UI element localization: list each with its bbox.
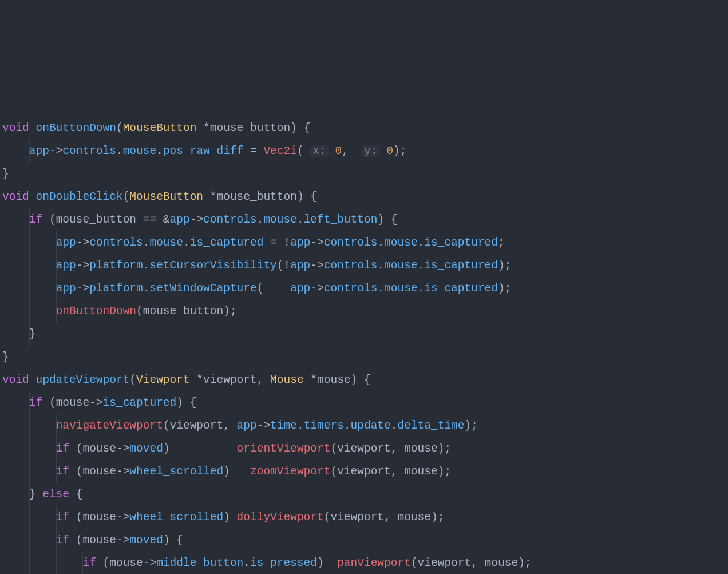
ident-mouseP5: mouse bbox=[82, 534, 116, 547]
ident-app2: app bbox=[170, 213, 190, 226]
fn-onDoubleClick: onDoubleClick bbox=[36, 191, 123, 203]
ident-is_captured4: is_captured bbox=[424, 282, 498, 295]
code-line: if (mouse_button == &app->controls.mouse… bbox=[2, 213, 397, 226]
ident-mouseA3: mouse bbox=[397, 511, 431, 524]
ident-mouse3: mouse bbox=[149, 236, 183, 249]
code-line: } bbox=[2, 168, 9, 180]
ident-app4: app bbox=[290, 236, 310, 249]
code-line: void onButtonDown(MouseButton *mouse_but… bbox=[2, 122, 310, 134]
ident-is_captured3: is_captured bbox=[424, 259, 498, 272]
code-line: if (mouse->is_captured) { bbox=[2, 397, 196, 409]
ident-mouseA: mouse bbox=[404, 442, 438, 455]
fn-updateViewport: updateViewport bbox=[36, 374, 130, 386]
ident-viewport3: viewport bbox=[337, 465, 391, 478]
ident-controls4: controls bbox=[324, 236, 378, 249]
ident-mouse2: mouse bbox=[263, 213, 297, 226]
ident-mouseP2: mouse bbox=[82, 442, 116, 455]
ident-app3: app bbox=[56, 236, 76, 249]
num-zero2: 0 bbox=[386, 145, 393, 157]
call-panViewport: panViewport bbox=[337, 557, 411, 569]
ident-app5: app bbox=[56, 259, 76, 272]
code-line: app->platform.setWindowCapture( app->con… bbox=[2, 282, 511, 295]
ident-time: time bbox=[270, 419, 297, 432]
ident-left_button: left_button bbox=[304, 213, 378, 226]
ident-wheel_scrolled: wheel_scrolled bbox=[129, 465, 223, 478]
call-orientViewport: orientViewport bbox=[237, 442, 331, 455]
indent-guide bbox=[29, 414, 30, 437]
hint-y: y: bbox=[362, 145, 379, 157]
code-line: if (mouse->middle_button.is_pressed) pan… bbox=[2, 557, 532, 569]
keyword-else: else bbox=[42, 488, 69, 501]
ident-timers: timers bbox=[304, 419, 344, 432]
code-line: navigateViewport(viewport, app->time.tim… bbox=[2, 419, 478, 432]
call-onButtonDown: onButtonDown bbox=[56, 305, 136, 318]
indent-guide bbox=[29, 323, 30, 346]
keyword-if5: if bbox=[56, 511, 69, 524]
indent-guide bbox=[29, 483, 30, 506]
indent-guide bbox=[29, 254, 30, 277]
ident-delta_time: delta_time bbox=[397, 419, 464, 432]
ident-app6: app bbox=[290, 259, 310, 272]
ident-viewport: viewport bbox=[170, 419, 224, 432]
keyword-void2: void bbox=[2, 191, 29, 203]
code-line: if (mouse->wheel_scrolled) zoomViewport(… bbox=[2, 465, 451, 478]
keyword-if3: if bbox=[56, 442, 69, 455]
ident-controls2: controls bbox=[203, 213, 257, 226]
ident-is_captured: is_captured bbox=[190, 236, 264, 249]
keyword-if: if bbox=[29, 213, 42, 226]
ident-update: update bbox=[351, 419, 391, 432]
ident-mouse_button2: mouse_button bbox=[143, 305, 223, 318]
code-line: if (mouse->moved) { bbox=[2, 534, 183, 547]
type-MouseButton: MouseButton bbox=[123, 122, 197, 134]
keyword-if2: if bbox=[29, 397, 42, 409]
ident-app9: app bbox=[237, 419, 257, 432]
ident-app: app bbox=[29, 145, 49, 157]
ident-moved: moved bbox=[129, 442, 163, 455]
ident-app7: app bbox=[56, 282, 76, 295]
code-line: app->controls.mouse.pos_raw_diff = Vec2i… bbox=[2, 145, 406, 157]
ident-mouse: mouse bbox=[123, 145, 157, 157]
ident-mouseP4: mouse bbox=[82, 511, 116, 524]
ident-pos_raw_diff: pos_raw_diff bbox=[163, 145, 243, 157]
indent-guide bbox=[29, 506, 30, 529]
ident-controls3: controls bbox=[89, 236, 143, 249]
ident-platform2: platform bbox=[89, 282, 143, 295]
keyword-void3: void bbox=[2, 374, 29, 386]
call-dollyViewport: dollyViewport bbox=[237, 511, 324, 524]
ident-mouse4: mouse bbox=[384, 236, 418, 249]
keyword-if7: if bbox=[82, 557, 96, 569]
code-line: app->controls.mouse.is_captured = !app->… bbox=[2, 236, 505, 249]
call-navigateViewport: navigateViewport bbox=[56, 419, 163, 432]
indent-guide bbox=[29, 300, 30, 323]
indent-guide bbox=[29, 552, 30, 574]
ident-middle_button: middle_button bbox=[156, 557, 243, 569]
keyword-if6: if bbox=[56, 534, 69, 547]
ident-controls5: controls bbox=[324, 259, 378, 272]
ident-mouse_button: mouse_button bbox=[56, 213, 136, 226]
ident-is_captured5: is_captured bbox=[103, 397, 177, 409]
param-mouse_button: mouse_button bbox=[210, 122, 290, 134]
ident-viewport2: viewport bbox=[337, 442, 391, 455]
type-MouseButton2: MouseButton bbox=[129, 191, 203, 203]
ident-mouseA2: mouse bbox=[404, 465, 438, 478]
ident-mouseP: mouse bbox=[56, 397, 90, 409]
indent-guide bbox=[29, 231, 30, 254]
ident-moved2: moved bbox=[129, 534, 163, 547]
call-setCursorVisibility: setCursorVisibility bbox=[149, 259, 276, 272]
ident-mouse5: mouse bbox=[384, 259, 418, 272]
ident-is_captured2: is_captured bbox=[424, 236, 498, 249]
ident-controls6: controls bbox=[324, 282, 378, 295]
ident-mouseP6: mouse bbox=[109, 557, 143, 569]
ident-mouseA4: mouse bbox=[485, 557, 519, 569]
code-line: } else { bbox=[2, 488, 82, 501]
param-viewport: viewport bbox=[203, 374, 257, 386]
hint-x: x: bbox=[310, 145, 328, 157]
code-line: } bbox=[2, 351, 9, 363]
num-zero: 0 bbox=[335, 145, 342, 157]
code-editor[interactable]: void onButtonDown(MouseButton *mouse_but… bbox=[0, 114, 728, 574]
keyword-void: void bbox=[2, 122, 29, 134]
call-zoomViewport: zoomViewport bbox=[250, 465, 330, 478]
ident-viewport4: viewport bbox=[330, 511, 384, 524]
code-line: app->platform.setCursorVisibility(!app->… bbox=[2, 259, 511, 272]
fn-onButtonDown: onButtonDown bbox=[36, 122, 116, 134]
